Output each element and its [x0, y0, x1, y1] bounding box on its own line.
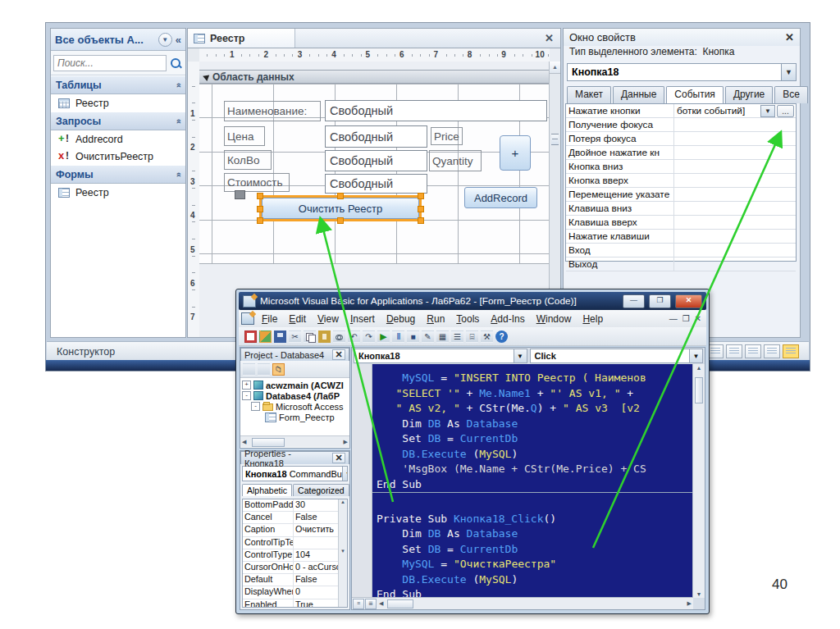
property-row-value[interactable]: [674, 118, 796, 131]
mdi-restore-icon[interactable]: ❐: [682, 314, 690, 323]
chevron-down-icon[interactable]: ▼: [342, 467, 348, 481]
chevron-down-icon[interactable]: ▼: [781, 64, 796, 80]
property-row-value[interactable]: [674, 202, 796, 215]
vba-property-row[interactable]: CaptionОчистить: [243, 524, 339, 536]
scroll-left-icon[interactable]: ◀: [242, 438, 246, 446]
tree-toggle-icon[interactable]: +: [242, 381, 251, 390]
cost-label[interactable]: Стоимость: [224, 173, 290, 192]
property-row-label[interactable]: Вход: [566, 244, 674, 257]
tree-node-Form_Реестр[interactable]: Form_Реестр: [242, 412, 349, 422]
scroll-right-icon[interactable]: ▶: [687, 600, 693, 607]
save-icon[interactable]: [274, 330, 286, 343]
property-row-value[interactable]: [674, 188, 796, 201]
code-text[interactable]: MySQL = "INSERT INTO Реестр ( Наименов "…: [372, 364, 693, 598]
chevron-down-icon[interactable]: ▼: [689, 349, 702, 362]
scroll-thumb[interactable]: [252, 438, 285, 447]
menu-help[interactable]: Help: [577, 312, 609, 326]
property-row-value[interactable]: [674, 216, 796, 229]
vba-property-row[interactable]: DisplayWher0: [243, 586, 339, 599]
properties-window-icon[interactable]: ☰: [451, 330, 463, 343]
property-row-value[interactable]: [674, 160, 796, 173]
menu-debug[interactable]: Debug: [381, 312, 421, 326]
nav-item-Addrecord[interactable]: Addrecord: [51, 130, 185, 148]
pivot-table-view-icon[interactable]: [745, 344, 761, 358]
menu-add-ins[interactable]: Add-Ins: [485, 312, 530, 326]
property-row-label[interactable]: Двойное нажатие кн: [566, 146, 674, 159]
scroll-thumb[interactable]: [695, 377, 703, 403]
form-view-icon[interactable]: [707, 344, 724, 358]
vba-properties-close-button[interactable]: ✕: [332, 453, 345, 463]
break-icon[interactable]: ‖: [392, 330, 404, 343]
design-mode-icon[interactable]: ✎: [422, 330, 434, 343]
vba-property-row[interactable]: ControlType104: [243, 549, 339, 562]
collapse-chevron-icon[interactable]: »: [173, 171, 183, 176]
selection-handle[interactable]: [257, 206, 263, 212]
tree-toggle-icon[interactable]: -: [251, 402, 260, 411]
price-label[interactable]: Цена: [224, 126, 265, 146]
plus-button[interactable]: +: [500, 135, 531, 171]
collapse-chevron-icon[interactable]: »: [173, 118, 183, 123]
nav-group-header-Таблицы[interactable]: Таблицы»: [51, 75, 185, 94]
project-hscrollbar[interactable]: ◀ ▶: [240, 435, 349, 447]
tree-node-Database4 (ЛабР[interactable]: -Database4 (ЛабР: [242, 390, 349, 401]
clear-registry-button[interactable]: Очистить Реестр: [262, 198, 419, 219]
tree-node-Microsoft Access[interactable]: -Microsoft Access: [242, 401, 349, 412]
property-row-label[interactable]: Нажатие кнопки: [566, 104, 674, 117]
scroll-left-icon[interactable]: ◀: [377, 600, 386, 607]
menu-file[interactable]: File: [256, 312, 283, 326]
qty-label[interactable]: КолВо: [224, 150, 272, 170]
property-sheet-close-button[interactable]: ✕: [785, 31, 794, 43]
tree-node-acwzmain (ACWZI[interactable]: +acwzmain (ACWZI: [242, 380, 349, 390]
code-hscrollbar[interactable]: ≡ ≣ ◀ ▶: [352, 597, 693, 609]
tree-toggle-icon[interactable]: -: [242, 391, 251, 400]
tab-Другие[interactable]: Другие: [725, 86, 773, 103]
copy-icon[interactable]: [304, 330, 316, 343]
procedure-view-icon[interactable]: ≡: [353, 599, 364, 609]
detail-section-bar[interactable]: Область данных: [199, 70, 550, 84]
vba-property-row[interactable]: CancelFalse: [243, 512, 339, 524]
code-vscrollbar[interactable]: ▲ ▼: [692, 364, 705, 598]
qty-textbox[interactable]: Свободный: [325, 150, 427, 171]
tab-Данные[interactable]: Данные: [613, 86, 664, 103]
help-icon[interactable]: ?: [495, 330, 508, 343]
name-label[interactable]: Наименование:: [224, 101, 321, 121]
menu-run[interactable]: Run: [421, 312, 450, 326]
search-icon[interactable]: [168, 56, 183, 71]
selection-handle[interactable]: [418, 206, 424, 212]
price-textbox[interactable]: Свободный: [325, 125, 427, 148]
property-row-label[interactable]: Клавиша вниз: [566, 202, 674, 215]
splitter-grip[interactable]: [551, 134, 559, 145]
nav-group-header-Запросы[interactable]: Запросы»: [51, 112, 185, 130]
scroll-right-icon[interactable]: ▶: [344, 438, 348, 446]
toolbox-icon[interactable]: ⚒: [481, 330, 493, 343]
property-row-value[interactable]: [674, 132, 796, 145]
vba-property-row[interactable]: ControlTipTe: [243, 537, 339, 549]
menu-edit[interactable]: Edit: [283, 312, 312, 326]
mdi-minimize-icon[interactable]: —: [669, 314, 678, 323]
property-row-label[interactable]: Кнопка вверх: [566, 174, 674, 187]
control-selector-combo[interactable]: Кнопка18 ▼: [567, 63, 797, 81]
document-close-button[interactable]: ✕: [538, 32, 560, 44]
reset-icon[interactable]: ■: [407, 330, 419, 343]
vba-property-row[interactable]: DefaultFalse: [243, 574, 339, 586]
menu-view[interactable]: View: [312, 312, 345, 326]
scroll-up-icon[interactable]: ▲: [693, 365, 705, 371]
tab-alphabetic[interactable]: Alphabetic: [242, 484, 292, 496]
vba-title-bar[interactable]: Microsoft Visual Basic for Applications …: [239, 292, 706, 310]
nav-dropdown-icon[interactable]: ▼: [158, 33, 172, 47]
scroll-thumb[interactable]: [387, 599, 413, 608]
cut-icon[interactable]: ✂: [289, 330, 301, 343]
qty-tag-label[interactable]: Qyantity: [429, 150, 482, 171]
view-code-icon[interactable]: [243, 363, 255, 376]
run-icon[interactable]: ▶: [377, 330, 390, 343]
menu-window[interactable]: Window: [531, 312, 578, 326]
selection-handle[interactable]: [418, 193, 424, 199]
vba-properties-scrollbar[interactable]: ▲▼: [338, 499, 347, 607]
cost-textbox[interactable]: Свободный: [325, 174, 427, 194]
tab-Макет[interactable]: Макет: [567, 86, 611, 103]
vba-property-row[interactable]: EnabledTrue: [243, 599, 339, 608]
selection-handle[interactable]: [337, 193, 344, 199]
chevron-down-icon[interactable]: ▼: [760, 105, 775, 117]
object-browser-icon[interactable]: ⌸: [466, 330, 478, 343]
nav-pane-header[interactable]: Все объекты A... ▼ «: [51, 29, 185, 51]
